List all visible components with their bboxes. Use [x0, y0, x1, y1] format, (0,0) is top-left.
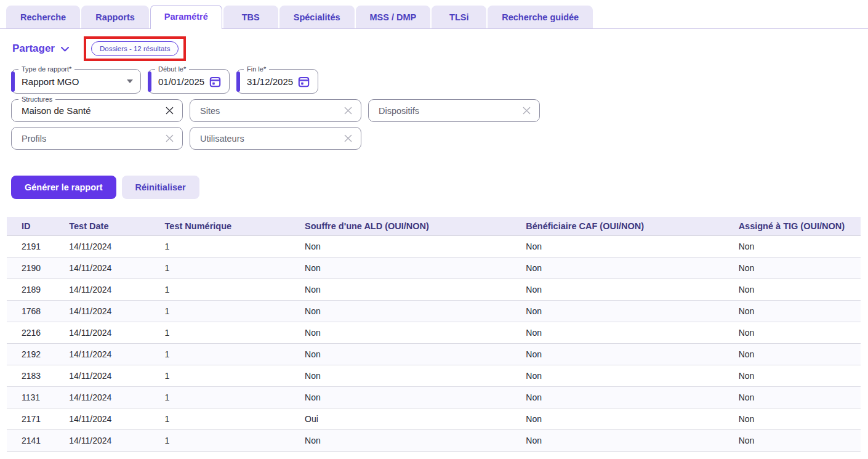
form-row-report: Type de rapport* Rapport MGO Début le* 0… — [11, 69, 868, 94]
table-cell: Non — [739, 322, 861, 344]
table-cell: 1 — [165, 322, 305, 344]
report-type-value: Rapport MGO — [22, 76, 79, 87]
table-cell: 1 — [165, 344, 305, 365]
table-row[interactable]: 214114/11/20241NonNonNon — [7, 430, 861, 452]
table-cell: 1768 — [7, 301, 69, 322]
utilisateurs-filter[interactable]: Utilisateurs — [190, 127, 361, 150]
table-cell: Non — [305, 365, 526, 387]
start-date-value: 01/01/2025 — [158, 76, 204, 87]
calendar-icon[interactable] — [297, 75, 310, 88]
column-header-bénéficiaire-caf-oui-non: Bénéficiaire CAF (OUI/NON) — [526, 217, 738, 236]
table-cell: Non — [739, 258, 861, 279]
tab-spécialités[interactable]: Spécialités — [279, 6, 355, 28]
table-row[interactable]: 218914/11/20241NonNonNon — [7, 279, 861, 301]
table-cell: Non — [305, 322, 526, 344]
table-row[interactable]: 113114/11/20241NonNonNon — [7, 387, 861, 408]
tab-tbs[interactable]: TBS — [223, 6, 278, 28]
table-cell: 14/11/2024 — [69, 387, 164, 408]
table-cell: 1 — [165, 236, 305, 258]
table-cell: Non — [739, 387, 861, 408]
dropdown-arrow-icon — [127, 79, 133, 83]
annotation-highlight-box: Dossiers - 12 résultats — [84, 36, 186, 61]
tab-tlsi[interactable]: TLSi — [432, 6, 486, 28]
table-row[interactable]: 219014/11/20241NonNonNon — [7, 258, 861, 279]
table-cell: Non — [739, 236, 861, 258]
clear-icon[interactable] — [343, 133, 353, 144]
section-title-partager[interactable]: Partager — [12, 43, 69, 55]
sites-placeholder: Sites — [200, 106, 220, 116]
table-cell: Non — [305, 258, 526, 279]
table-cell: Non — [526, 387, 738, 408]
table-cell: 2141 — [7, 430, 69, 452]
utilisateurs-placeholder: Utilisateurs — [200, 134, 244, 144]
table-cell: 1 — [165, 430, 305, 452]
report-type-select[interactable]: Type de rapport* Rapport MGO — [11, 69, 141, 94]
table-cell: Non — [739, 279, 861, 301]
structures-filter[interactable]: Structures Maison de Santé — [11, 99, 183, 122]
table-cell: 14/11/2024 — [69, 279, 164, 301]
table-cell: Non — [526, 236, 738, 258]
table-cell: Non — [739, 301, 861, 322]
tab-recherche-guidée[interactable]: Recherche guidée — [488, 6, 593, 28]
table-row[interactable]: 219214/11/20241NonNonNon — [7, 344, 861, 365]
dispositifs-placeholder: Dispositifs — [379, 106, 419, 116]
actions-bar: Générer le rapport Réinitialiser — [11, 176, 868, 199]
section-title-label: Partager — [12, 43, 55, 55]
table-cell: Non — [526, 279, 738, 301]
table-row[interactable]: 217114/11/20241OuiNonNon — [7, 408, 861, 430]
end-date-field[interactable]: Fin le* 31/12/2025 — [236, 69, 318, 94]
table-cell: Non — [305, 236, 526, 258]
reset-button[interactable]: Réinitialiser — [122, 176, 199, 199]
table-cell: 1 — [165, 408, 305, 430]
table-row[interactable]: 176814/11/20241NonNonNon — [7, 301, 861, 322]
tab-bar: RechercheRapportsParamétréTBSSpécialités… — [0, 0, 868, 29]
table-cell: Oui — [305, 408, 526, 430]
table-cell: 14/11/2024 — [69, 430, 164, 452]
table-row[interactable]: 221614/11/20241NonNonNon — [7, 322, 861, 344]
table-cell: 1 — [165, 279, 305, 301]
table-cell: Non — [526, 408, 738, 430]
table-cell: 2171 — [7, 408, 69, 430]
field-accent-bar — [236, 71, 240, 92]
clear-icon[interactable] — [343, 105, 353, 116]
tab-mss-dmp[interactable]: MSS / DMP — [356, 6, 431, 28]
clear-icon[interactable] — [521, 105, 532, 116]
results-badge[interactable]: Dossiers - 12 résultats — [91, 41, 179, 56]
dispositifs-filter[interactable]: Dispositifs — [368, 99, 540, 122]
table-cell: 14/11/2024 — [69, 301, 164, 322]
column-header-assigné-à-tig-oui-non: Assigné à TIG (OUI/NON) — [739, 217, 861, 236]
profils-filter[interactable]: Profils — [11, 127, 183, 150]
generate-report-button[interactable]: Générer le rapport — [11, 176, 116, 199]
table-cell: Non — [526, 430, 738, 452]
chevron-down-icon — [61, 47, 69, 52]
clear-icon[interactable] — [164, 133, 175, 144]
table-row[interactable]: 219114/11/20241NonNonNon — [7, 236, 861, 258]
tab-recherche[interactable]: Recherche — [6, 6, 80, 28]
table-row[interactable]: 218314/11/20241NonNonNon — [7, 365, 861, 387]
table-cell: 1 — [165, 258, 305, 279]
table-cell: Non — [739, 408, 861, 430]
table-cell: Non — [305, 301, 526, 322]
table-cell: 1 — [165, 301, 305, 322]
section-header: Partager Dossiers - 12 résultats — [12, 36, 868, 61]
structures-value: Maison de Santé — [22, 105, 91, 116]
form-row-filters-2: Profils Utilisateurs — [11, 127, 868, 150]
table-cell: 2189 — [7, 279, 69, 301]
sites-filter[interactable]: Sites — [190, 99, 361, 122]
tab-rapports[interactable]: Rapports — [81, 6, 149, 28]
field-accent-bar — [11, 71, 15, 92]
table-cell: Non — [739, 344, 861, 365]
tab-paramétré[interactable]: Paramétré — [150, 5, 222, 29]
table-cell: 2192 — [7, 344, 69, 365]
table-cell: 14/11/2024 — [69, 365, 164, 387]
table-cell: Non — [526, 258, 738, 279]
start-date-field[interactable]: Début le* 01/01/2025 — [148, 69, 230, 94]
start-date-label: Début le* — [155, 65, 189, 73]
clear-icon[interactable] — [164, 105, 175, 116]
table-cell: 2216 — [7, 322, 69, 344]
profils-placeholder: Profils — [22, 134, 46, 144]
table-cell: 14/11/2024 — [69, 236, 164, 258]
table-cell: 14/11/2024 — [69, 344, 164, 365]
calendar-icon[interactable] — [209, 75, 222, 88]
table-cell: 1 — [165, 387, 305, 408]
